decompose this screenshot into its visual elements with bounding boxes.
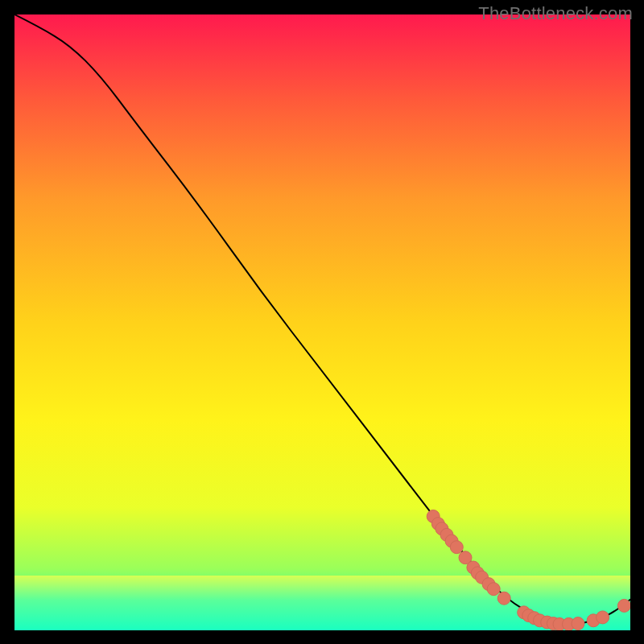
gradient-background	[14, 14, 630, 630]
data-dot	[450, 541, 463, 554]
data-dot	[617, 599, 630, 612]
data-dot	[487, 583, 500, 596]
data-dot	[572, 617, 584, 630]
bottleneck-chart	[14, 14, 630, 630]
watermark-label: TheBottleneck.com	[478, 3, 633, 24]
data-dot	[497, 592, 510, 605]
chart-stage: TheBottleneck.com	[0, 0, 644, 644]
data-dot	[597, 611, 609, 624]
